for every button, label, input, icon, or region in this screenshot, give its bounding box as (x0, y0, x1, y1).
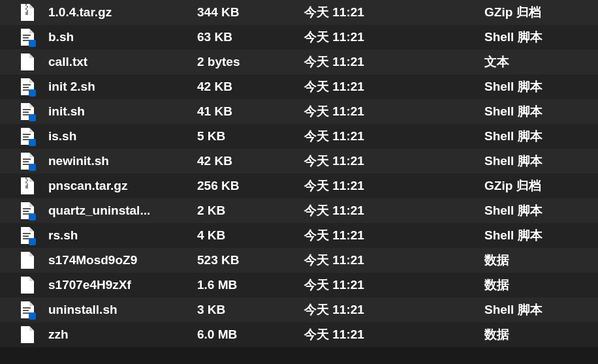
file-row[interactable]: call.txt2 bytes今天 11:21文本 (0, 50, 598, 74)
shell-file-icon (20, 29, 34, 46)
file-name: b.sh (48, 30, 197, 44)
file-file-icon (20, 252, 34, 269)
file-list: 1.0.4.tar.gz344 KB今天 11:21GZip 归档b.sh63 … (0, 0, 598, 347)
file-kind: Shell 脚本 (484, 103, 598, 120)
file-row[interactable]: quartz_uninstal...2 KB今天 11:21Shell 脚本 (0, 198, 598, 223)
file-row[interactable]: b.sh63 KB今天 11:21Shell 脚本 (0, 25, 598, 50)
shell-file-icon (20, 103, 34, 120)
file-kind: GZip 归档 (484, 177, 598, 194)
file-size: 41 KB (197, 104, 304, 119)
file-kind: Shell 脚本 (484, 301, 598, 318)
file-name: pnscan.tar.gz (48, 179, 197, 193)
vscode-badge-icon (29, 89, 36, 97)
file-row[interactable]: zzh6.0 MB今天 11:21数据 (0, 322, 598, 347)
archive-file-icon (20, 4, 34, 21)
file-file-icon (20, 53, 34, 70)
file-size: 6.0 MB (197, 327, 304, 342)
vscode-badge-icon (29, 213, 36, 220)
file-row[interactable]: uninstall.sh3 KB今天 11:21Shell 脚本 (0, 297, 598, 322)
vscode-badge-icon (29, 164, 36, 171)
file-kind: 数据 (484, 252, 598, 269)
file-size: 42 KB (197, 154, 304, 168)
shell-file-icon (20, 202, 34, 219)
file-name: call.txt (48, 55, 197, 69)
file-row[interactable]: s1707e4H9zXf1.6 MB今天 11:21数据 (0, 273, 598, 297)
vscode-badge-icon (29, 114, 36, 121)
file-row[interactable]: pnscan.tar.gz256 KB今天 11:21GZip 归档 (0, 174, 598, 198)
file-size: 1.6 MB (197, 278, 304, 292)
file-date: 今天 11:21 (304, 202, 484, 219)
file-kind: Shell 脚本 (484, 78, 598, 95)
file-date: 今天 11:21 (304, 4, 484, 21)
file-row[interactable]: init 2.sh42 KB今天 11:21Shell 脚本 (0, 74, 598, 99)
file-name: 1.0.4.tar.gz (48, 5, 197, 20)
file-row[interactable]: s174Mosd9oZ9523 KB今天 11:21数据 (0, 248, 598, 273)
file-size: 2 bytes (197, 55, 304, 69)
file-kind: 数据 (484, 326, 598, 343)
file-row[interactable]: init.sh41 KB今天 11:21Shell 脚本 (0, 99, 598, 124)
vscode-badge-icon (29, 238, 36, 245)
shell-file-icon (20, 128, 34, 145)
file-kind: Shell 脚本 (484, 128, 598, 145)
archive-file-icon (20, 177, 34, 194)
shell-file-icon (20, 227, 34, 244)
file-size: 63 KB (197, 30, 304, 44)
file-kind: Shell 脚本 (484, 227, 598, 244)
file-name: is.sh (48, 129, 197, 144)
file-file-icon (20, 326, 34, 343)
file-kind: Shell 脚本 (484, 29, 598, 46)
file-kind: Shell 脚本 (484, 153, 598, 170)
file-name: zzh (48, 327, 197, 342)
file-file-icon (20, 277, 34, 294)
file-date: 今天 11:21 (304, 29, 484, 46)
file-date: 今天 11:21 (304, 252, 484, 269)
file-date: 今天 11:21 (304, 227, 484, 244)
file-row[interactable]: 1.0.4.tar.gz344 KB今天 11:21GZip 归档 (0, 0, 598, 25)
file-row[interactable]: is.sh5 KB今天 11:21Shell 脚本 (0, 124, 598, 149)
file-size: 256 KB (197, 179, 304, 193)
file-name: quartz_uninstal... (48, 204, 197, 218)
file-date: 今天 11:21 (304, 301, 484, 318)
file-name: rs.sh (48, 228, 197, 243)
file-date: 今天 11:21 (304, 326, 484, 343)
file-size: 42 KB (197, 80, 304, 94)
file-row[interactable]: rs.sh4 KB今天 11:21Shell 脚本 (0, 223, 598, 248)
file-name: s1707e4H9zXf (48, 278, 197, 292)
file-kind: Shell 脚本 (484, 202, 598, 219)
vscode-badge-icon (29, 139, 36, 146)
file-date: 今天 11:21 (304, 53, 484, 70)
file-date: 今天 11:21 (304, 103, 484, 120)
file-row[interactable]: newinit.sh42 KB今天 11:21Shell 脚本 (0, 149, 598, 174)
file-date: 今天 11:21 (304, 277, 484, 294)
file-size: 4 KB (197, 228, 304, 243)
shell-file-icon (20, 78, 34, 95)
vscode-badge-icon (29, 312, 36, 320)
file-size: 5 KB (197, 129, 304, 144)
file-date: 今天 11:21 (304, 78, 484, 95)
file-size: 523 KB (197, 253, 304, 267)
shell-file-icon (20, 301, 34, 318)
file-kind: 数据 (484, 277, 598, 294)
file-name: init 2.sh (48, 80, 197, 94)
file-kind: GZip 归档 (484, 4, 598, 21)
vscode-badge-icon (29, 40, 36, 47)
file-name: newinit.sh (48, 154, 197, 168)
file-size: 3 KB (197, 303, 304, 317)
file-size: 344 KB (197, 5, 304, 20)
file-date: 今天 11:21 (304, 128, 484, 145)
file-size: 2 KB (197, 204, 304, 218)
file-name: s174Mosd9oZ9 (48, 253, 197, 267)
file-name: uninstall.sh (48, 303, 197, 317)
shell-file-icon (20, 153, 34, 170)
file-date: 今天 11:21 (304, 177, 484, 194)
file-name: init.sh (48, 104, 197, 119)
file-date: 今天 11:21 (304, 153, 484, 170)
file-kind: 文本 (484, 53, 598, 70)
